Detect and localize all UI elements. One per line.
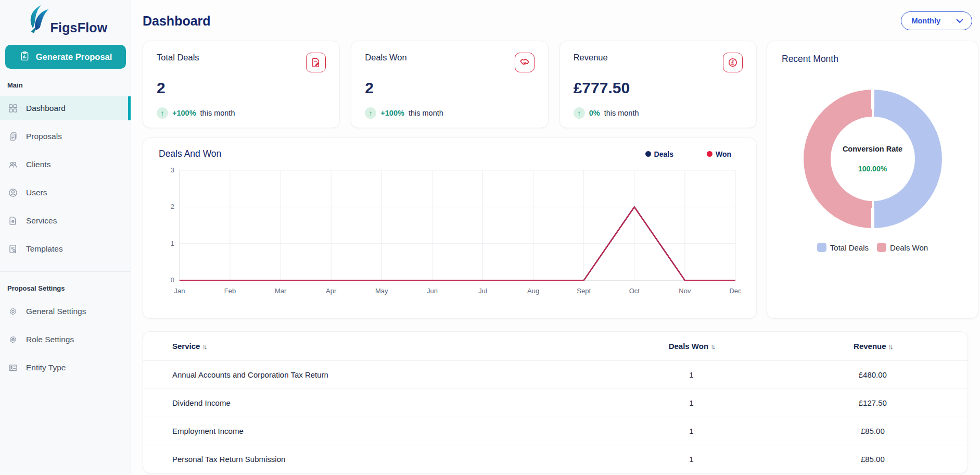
sort-icon: ↑↓ bbox=[888, 343, 892, 351]
stat-card-change: ↑ 0% this month bbox=[574, 107, 743, 119]
table-row: Personal Tax Return Submission1£85.00 bbox=[143, 445, 968, 473]
sidebar-item-templates[interactable]: Templates bbox=[0, 237, 131, 261]
arrow-up-icon: ↑ bbox=[365, 107, 376, 119]
change-percent: +100% bbox=[172, 109, 196, 117]
sidebar-item-clients[interactable]: Clients bbox=[0, 153, 131, 177]
stat-card-change: ↑ +100% this month bbox=[365, 107, 534, 119]
gear-person-icon bbox=[8, 334, 18, 345]
stat-card-value: 2 bbox=[157, 79, 326, 97]
page-title: Dashboard bbox=[143, 14, 211, 29]
table-cell: £85.00 bbox=[778, 445, 968, 473]
table-cell: £480.00 bbox=[778, 361, 968, 389]
svg-text:Jul: Jul bbox=[478, 288, 487, 294]
table-cell: 1 bbox=[605, 361, 778, 389]
legend-item-won[interactable]: Won bbox=[707, 150, 731, 158]
generate-proposal-button[interactable]: Generate Proposal bbox=[5, 45, 126, 69]
svg-text:Dec: Dec bbox=[729, 288, 741, 294]
donut-center: Conversion Rate 100.00% bbox=[831, 117, 915, 201]
table-cell: Employment Income bbox=[143, 417, 605, 445]
table-cell: 1 bbox=[605, 417, 778, 445]
column-header-revenue[interactable]: Revenue↑↓ bbox=[778, 332, 968, 361]
sort-icon: ↑↓ bbox=[202, 343, 206, 351]
svg-text:May: May bbox=[375, 288, 388, 294]
grid-icon bbox=[8, 103, 18, 114]
chart-legend: Deals Won bbox=[645, 150, 731, 158]
change-suffix: this month bbox=[604, 109, 639, 117]
line-chart: 0123JanFebMarAprMayJunJulAugSeptOctNovDe… bbox=[159, 164, 741, 305]
svg-text:£: £ bbox=[731, 59, 734, 66]
stat-card-title: Total Deals bbox=[157, 53, 199, 63]
stat-card-change: ↑ +100% this month bbox=[157, 107, 326, 119]
stat-card-deals-won: Deals Won 2 ↑ +100% this month bbox=[351, 41, 548, 128]
sidebar-item-users[interactable]: Users bbox=[0, 181, 131, 205]
stat-card-title: Deals Won bbox=[365, 53, 406, 63]
svg-text:Jun: Jun bbox=[427, 288, 438, 294]
svg-text:1: 1 bbox=[171, 240, 174, 247]
stat-card-title: Revenue bbox=[574, 53, 608, 63]
table-cell: 1 bbox=[605, 445, 778, 473]
file-gear-icon bbox=[8, 216, 18, 226]
svg-text:Oct: Oct bbox=[629, 288, 640, 294]
sidebar-item-proposals[interactable]: Proposals bbox=[0, 124, 131, 148]
gear-icon bbox=[8, 306, 18, 317]
table-row: Annual Accounts and Corporation Tax Retu… bbox=[143, 361, 968, 389]
svg-text:Feb: Feb bbox=[224, 288, 236, 294]
change-percent: +100% bbox=[380, 109, 404, 117]
sidebar-item-role-settings[interactable]: Role Settings bbox=[0, 328, 131, 352]
donut-center-value: 100.00% bbox=[858, 165, 887, 173]
arrow-up-icon: ↑ bbox=[157, 107, 168, 119]
donut-legend: Total Deals Deals Won bbox=[782, 243, 963, 252]
stat-card-value: 2 bbox=[365, 79, 534, 97]
sidebar: FigsFlow Generate Proposal Main Dashboar… bbox=[0, 0, 131, 475]
column-header-deals-won[interactable]: Deals Won↑↓ bbox=[605, 332, 778, 361]
svg-text:Jan: Jan bbox=[174, 288, 185, 294]
nav-section-label-proposal-settings: Proposal Settings bbox=[0, 272, 131, 295]
logo: FigsFlow bbox=[0, 0, 131, 35]
stat-card-value: £777.50 bbox=[574, 79, 743, 97]
table-cell: Annual Accounts and Corporation Tax Retu… bbox=[143, 361, 605, 389]
chart-title: Deals And Won bbox=[159, 148, 221, 159]
change-percent: 0% bbox=[589, 109, 600, 117]
period-select-dropdown[interactable]: Monthly bbox=[901, 11, 972, 30]
generate-proposal-label: Generate Proposal bbox=[36, 52, 112, 62]
clipboard-chart-icon bbox=[19, 51, 30, 64]
svg-text:Sept: Sept bbox=[577, 288, 591, 294]
app-root: FigsFlow Generate Proposal Main Dashboar… bbox=[0, 0, 980, 475]
user-circle-icon bbox=[8, 188, 18, 198]
svg-text:Mar: Mar bbox=[275, 288, 286, 294]
donut-legend-item-deals-won[interactable]: Deals Won bbox=[877, 243, 928, 252]
documents-icon bbox=[8, 131, 18, 142]
legend-swatch-icon bbox=[877, 243, 886, 252]
services-table: Service↑↓ Deals Won↑↓ Revenue↑↓Annual Ac… bbox=[143, 332, 968, 473]
arrow-up-icon: ↑ bbox=[574, 107, 585, 119]
donut-center-label: Conversion Rate bbox=[843, 145, 902, 153]
sidebar-item-services[interactable]: Services bbox=[0, 209, 131, 233]
main-header: Dashboard Monthly bbox=[143, 7, 980, 34]
column-header-service[interactable]: Service↑↓ bbox=[143, 332, 605, 361]
sidebar-item-dashboard[interactable]: Dashboard bbox=[0, 96, 131, 120]
sidebar-item-entity-type[interactable]: Entity Type bbox=[0, 356, 131, 380]
sort-icon: ↑↓ bbox=[710, 343, 714, 351]
sidebar-item-general-settings[interactable]: General Settings bbox=[0, 299, 131, 323]
pound-circle-icon: £ bbox=[723, 53, 743, 72]
change-suffix: this month bbox=[200, 109, 235, 117]
left-column: Total Deals 2 ↑ +100% this month Deals W… bbox=[143, 41, 757, 319]
donut-legend-item-total-deals[interactable]: Total Deals bbox=[817, 243, 869, 252]
svg-text:Nov: Nov bbox=[679, 288, 691, 294]
handshake-icon bbox=[515, 53, 534, 72]
chevron-down-icon bbox=[956, 17, 963, 25]
sidebar-nav: Main Dashboard Proposals Clients Users S… bbox=[0, 69, 131, 380]
logo-text: FigsFlow bbox=[50, 20, 108, 35]
id-card-icon bbox=[8, 362, 18, 373]
legend-item-deals[interactable]: Deals bbox=[645, 150, 673, 158]
change-suffix: this month bbox=[409, 109, 443, 117]
stat-card-revenue: Revenue £ £777.50 ↑ 0% this month bbox=[559, 41, 757, 128]
figsflow-logo-icon bbox=[23, 4, 54, 35]
conversion-donut-chart: Conversion Rate 100.00% bbox=[804, 90, 942, 228]
recent-month-card: Recent Month Conversion Rate 100.00% Tot… bbox=[767, 41, 978, 319]
stat-cards-row: Total Deals 2 ↑ +100% this month Deals W… bbox=[143, 41, 757, 128]
people-icon bbox=[8, 159, 18, 170]
table-row: Dividend Income1£127.50 bbox=[143, 389, 968, 417]
legend-swatch-icon bbox=[817, 243, 826, 252]
svg-text:Apr: Apr bbox=[326, 288, 336, 294]
